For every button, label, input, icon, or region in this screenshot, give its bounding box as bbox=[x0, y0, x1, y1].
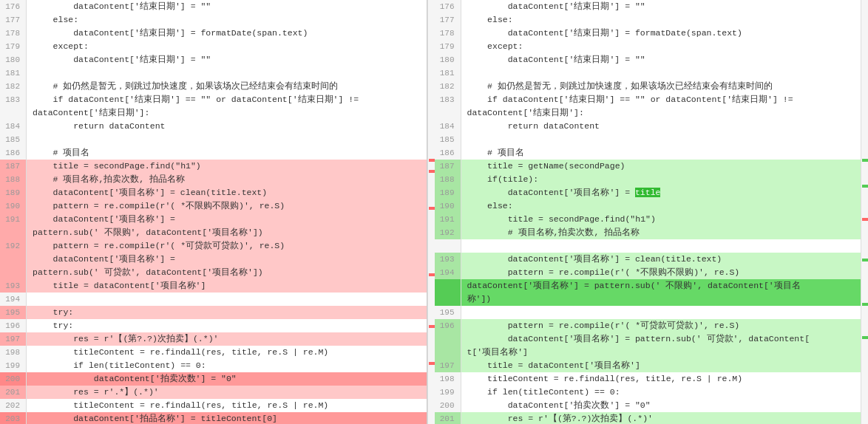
left-line-194: 194 bbox=[0, 293, 427, 306]
right-line-187: 187 title = getName(secondPage) bbox=[435, 160, 861, 173]
left-line-198: 198 titleContent = re.findall(res, title… bbox=[0, 346, 427, 359]
right-line-181: 181 bbox=[435, 66, 861, 80]
right-line-194c: 称']) bbox=[435, 293, 861, 306]
left-line-180: 180 dataContent['结束日期'] = "" bbox=[0, 53, 427, 66]
left-line-185: 185 bbox=[0, 133, 427, 146]
left-line-196: 196 try: bbox=[0, 319, 427, 332]
left-line-179: 179 except: bbox=[0, 40, 427, 53]
right-pane: 176 dataContent['结束日期'] = "" 177 else: 1… bbox=[435, 0, 861, 424]
right-line-193: 193 dataContent['项目名称'] = clean(title.te… bbox=[435, 253, 861, 266]
left-line-183b: dataContent['结束日期']: bbox=[0, 106, 427, 120]
left-line-192b: dataContent['项目名称'] = bbox=[0, 253, 427, 266]
right-line-201: 201 res = r'【(第?.?)次拍卖】(.*)' bbox=[435, 412, 861, 424]
right-line-empty1 bbox=[435, 239, 861, 253]
right-line-186: 186 # 项目名 bbox=[435, 146, 861, 160]
left-line-183: 183 if dataContent['结束日期'] == "" or data… bbox=[0, 93, 427, 106]
left-line-202: 202 titleContent = re.findall(res, title… bbox=[0, 399, 427, 412]
right-line-197: 197 title = dataContent['项目名称'] bbox=[435, 359, 861, 372]
right-line-177: 177 else: bbox=[435, 13, 861, 27]
right-line-191: 191 title = secondPage.find("h1") bbox=[435, 213, 861, 226]
left-line-193: 193 title = dataContent['项目名称'] bbox=[0, 279, 427, 293]
left-line-200: 200 dataContent['拍卖次数'] = "0" bbox=[0, 372, 427, 386]
left-line-176: 176 dataContent['结束日期'] = "" bbox=[0, 0, 427, 13]
left-line-191: 191 dataContent['项目名称'] = bbox=[0, 213, 427, 226]
right-line-195: 195 bbox=[435, 306, 861, 319]
left-line-182: 182 # 如仍然是暂无，则跳过加快速度，如果该场次已经结束会有结束时间的 bbox=[0, 80, 427, 93]
right-line-188: 188 if(title): bbox=[435, 173, 861, 186]
right-line-194: 194 pattern = re.compile(r'( *不限购不限购)', … bbox=[435, 266, 861, 279]
right-line-196c: t['项目名称'] bbox=[435, 346, 861, 359]
right-line-196b: dataContent['项目名称'] = pattern.sub(' 可贷款'… bbox=[435, 332, 861, 346]
left-line-177: 177 else: bbox=[0, 13, 427, 27]
right-line-194b: dataContent['项目名称'] = pattern.sub(' 不限购'… bbox=[435, 279, 861, 293]
left-line-178: 178 dataContent['结束日期'] = formatDate(spa… bbox=[0, 27, 427, 40]
diff-view: 176 dataContent['结束日期'] = "" 177 else: 1… bbox=[0, 0, 868, 424]
right-line-178: 178 dataContent['结束日期'] = formatDate(spa… bbox=[435, 27, 861, 40]
right-scrollbar[interactable] bbox=[861, 0, 868, 424]
left-line-192: 192 pattern = re.compile(r'( *可贷款可贷款)', … bbox=[0, 239, 427, 253]
left-line-190: 190 pattern = re.compile(r'( *不限购不限购)', … bbox=[0, 199, 427, 213]
left-scrollbar[interactable] bbox=[427, 0, 435, 424]
right-line-182: 182 # 如仍然是暂无，则跳过加快速度，如果该场次已经结束会有结束时间的 bbox=[435, 80, 861, 93]
left-code-area: 176 dataContent['结束日期'] = "" 177 else: 1… bbox=[0, 0, 427, 424]
left-line-189: 189 dataContent['项目名称'] = clean(title.te… bbox=[0, 186, 427, 199]
right-code-area: 176 dataContent['结束日期'] = "" 177 else: 1… bbox=[435, 0, 861, 424]
left-line-181: 181 bbox=[0, 66, 427, 80]
right-line-198: 198 titleContent = re.findall(res, title… bbox=[435, 372, 861, 386]
left-line-187: 187 title = secondPage.find("h1") bbox=[0, 160, 427, 173]
left-pane: 176 dataContent['结束日期'] = "" 177 else: 1… bbox=[0, 0, 427, 424]
right-line-196: 196 pattern = re.compile(r'( *可贷款可贷款)', … bbox=[435, 319, 861, 332]
left-line-201: 201 res = r'.*】(.*)' bbox=[0, 386, 427, 399]
left-line-191b: pattern.sub(' 不限购', dataContent['项目名称']) bbox=[0, 226, 427, 239]
left-line-188: 188 # 项目名称,拍卖次数, 拍品名称 bbox=[0, 173, 427, 186]
right-line-179: 179 except: bbox=[435, 40, 861, 53]
right-line-190: 190 else: bbox=[435, 199, 861, 213]
right-line-183b: dataContent['结束日期']: bbox=[435, 106, 861, 120]
left-line-195: 195 try: bbox=[0, 306, 427, 319]
left-line-199: 199 if len(titleContent) == 0: bbox=[0, 359, 427, 372]
left-line-197: 197 res = r'【(第?.?)次拍卖】(.*)' bbox=[0, 332, 427, 346]
right-line-183: 183 if dataContent['结束日期'] == "" or data… bbox=[435, 93, 861, 106]
right-line-200: 200 dataContent['拍卖次数'] = "0" bbox=[435, 399, 861, 412]
right-line-184: 184 return dataContent bbox=[435, 120, 861, 133]
right-line-192: 192 # 项目名称,拍卖次数, 拍品名称 bbox=[435, 226, 861, 239]
left-line-192c: pattern.sub(' 可贷款', dataContent['项目名称']) bbox=[0, 266, 427, 279]
right-line-185: 185 bbox=[435, 133, 861, 146]
right-line-176: 176 dataContent['结束日期'] = "" bbox=[435, 0, 861, 13]
right-line-189: 189 dataContent['项目名称'] = title bbox=[435, 186, 861, 199]
left-line-186: 186 # 项目名 bbox=[0, 146, 427, 160]
left-line-203: 203 dataContent['拍品名称'] = titleContent[0… bbox=[0, 412, 427, 424]
left-line-184: 184 return dataContent bbox=[0, 120, 427, 133]
right-line-199: 199 if len(titleContent) == 0: bbox=[435, 386, 861, 399]
right-line-180: 180 dataContent['结束日期'] = "" bbox=[435, 53, 861, 66]
